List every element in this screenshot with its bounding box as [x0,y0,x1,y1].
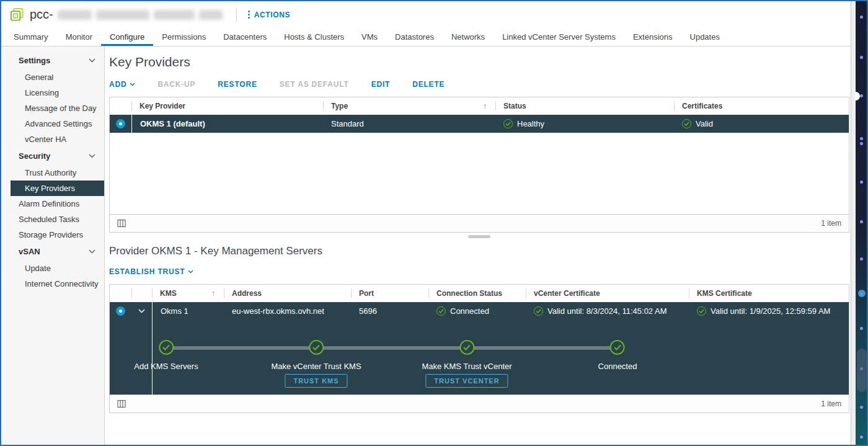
expander-column-header [131,285,152,302]
column-header-address[interactable]: Address [224,285,351,302]
sidebar-item-storage-providers[interactable]: Storage Providers [11,227,104,243]
trust-stepper-panel: Add KMS Servers Make vCenter Trust KMS M… [110,320,849,395]
backup-button[interactable]: BACK-UP [157,80,195,89]
row-radio-cell [110,302,131,320]
configure-sidebar: Settings General Licensing Message of th… [1,47,105,445]
chevron-down-icon [130,83,135,86]
kms-toolbar: ESTABLISH TRUST [109,267,851,276]
edge-dot [860,406,863,409]
tab-vms[interactable]: VMs [353,28,386,46]
column-settings-icon[interactable] [117,219,126,228]
tab-linked-vcenter[interactable]: Linked vCenter Server Systems [494,28,624,46]
sidebar-item-alarm-definitions[interactable]: Alarm Definitions [11,196,104,212]
sidebar-item-message-of-the-day[interactable]: Message of the Day [11,100,104,116]
step-make-vcenter-trust-kms: Make vCenter Trust KMS [271,340,361,371]
column-header-connection-status[interactable]: Connection Status [428,285,526,302]
sidebar-item-advanced-settings[interactable]: Advanced Settings [11,116,104,132]
green-check-icon [436,306,446,316]
sidebar-item-general[interactable]: General [11,69,104,85]
sort-ascending-icon[interactable]: ↑ [483,102,487,110]
object-tabbar: Summary Monitor Configure Permissions Da… [1,28,851,47]
vcenter-certificate-text: Valid until: 8/3/2024, 11:45:02 AM [547,306,667,316]
column-header-status[interactable]: Status [495,97,674,115]
chevron-down-icon [188,270,193,274]
establish-trust-button[interactable]: ESTABLISH TRUST [109,267,193,276]
set-as-default-button[interactable]: SET AS DEFAULT [280,80,349,89]
panel-splitter[interactable] [109,233,849,241]
app-area: pcc- ACTIONS Summary Monitor Configure P… [1,1,851,445]
chevron-down-icon [89,249,95,254]
green-check-icon [159,340,174,355]
step-label: Make KMS Trust vCenter [422,362,512,371]
address-cell: eu-west-rbx.okms.ovh.net [224,302,351,320]
tab-extensions[interactable]: Extensions [624,28,681,46]
table-header-row: Key Provider Type ↑ Status Certificates [110,97,849,115]
tab-permissions[interactable]: Permissions [153,28,215,46]
chevron-down-icon[interactable] [138,309,145,313]
column-settings-icon[interactable] [117,399,126,408]
radio-selected-icon[interactable] [116,306,125,316]
edge-dot [860,16,863,19]
kms-table: KMS ↑ Address Port Connection Status vCe… [109,284,849,413]
trust-kms-button[interactable]: TRUST KMS [285,374,347,388]
key-provider-row[interactable]: OKMS 1 (default) Standard Healthy Valid [110,115,849,133]
key-provider-name-cell: OKMS 1 (default) [131,115,323,133]
edit-button[interactable]: EDIT [371,80,391,89]
column-header-port[interactable]: Port [351,285,428,302]
window-edge-strip [851,1,856,445]
sort-ascending-icon[interactable]: ↑ [211,289,215,298]
radio-selected-icon[interactable] [116,119,125,128]
splitter-handle[interactable] [468,235,490,238]
add-button[interactable]: ADD [109,80,135,89]
sidebar-item-scheduled-tasks[interactable]: Scheduled Tasks [11,212,104,227]
tab-datacenters[interactable]: Datacenters [215,28,275,46]
blurred-object-name [154,10,195,20]
sidebar-item-trust-authority[interactable]: Trust Authority [11,165,104,181]
column-header-kms-certificate[interactable]: KMS Certificate [689,285,849,302]
actions-label: ACTIONS [254,11,290,19]
sidebar-item-key-providers[interactable]: Key Providers [11,181,104,196]
step-connected: Connected [598,340,637,371]
kms-certificate-cell: Valid until: 1/9/2025, 12:59:59 AM [689,302,849,320]
sidebar-section-vsan[interactable]: vSAN [1,243,104,261]
column-header-vcenter-certificate[interactable]: vCenter Certificate [526,285,689,302]
tab-networks[interactable]: Networks [443,28,494,46]
green-check-icon [534,306,543,316]
column-header-type[interactable]: Type ↑ [323,97,495,115]
sidebar-item-internet-connectivity[interactable]: Internet Connectivity [11,276,104,292]
tab-hosts-clusters[interactable]: Hosts & Clusters [275,28,353,46]
sidebar-section-label: Settings [19,56,50,65]
sidebar-section-label: vSAN [19,247,40,256]
vcenter-icon [10,7,24,22]
green-check-icon [682,119,691,128]
sidebar-section-label: Security [19,151,50,161]
blurred-object-name [199,10,223,20]
tab-monitor[interactable]: Monitor [57,28,101,46]
edge-dot [860,435,863,439]
tab-datastores[interactable]: Datastores [386,28,443,46]
tab-summary[interactable]: Summary [5,28,57,46]
green-check-icon [503,119,513,128]
tab-configure[interactable]: Configure [101,28,153,46]
column-header-key-provider[interactable]: Key Provider [131,97,323,115]
column-header-kms[interactable]: KMS ↑ [152,285,224,302]
sidebar-item-licensing[interactable]: Licensing [11,85,104,100]
sidebar-item-update[interactable]: Update [11,261,104,276]
step-label: Connected [598,362,637,371]
actions-button[interactable]: ACTIONS [248,11,290,19]
radio-column-header [110,285,131,302]
restore-button[interactable]: RESTORE [218,80,257,89]
edge-dot [860,137,863,140]
sidebar-section-settings[interactable]: Settings [1,51,104,69]
trust-vcenter-button[interactable]: TRUST VCENTER [425,374,508,388]
edge-blob [857,349,867,392]
connection-status-cell: Connected [428,302,526,320]
sidebar-section-security[interactable]: Security [1,147,104,165]
tab-updates[interactable]: Updates [681,28,728,46]
kms-server-row[interactable]: Okms 1 eu-west-rbx.okms.ovh.net 5696 Con… [110,302,849,320]
sidebar-item-vcenter-ha[interactable]: vCenter HA [11,132,104,147]
green-check-icon [610,340,625,355]
delete-button[interactable]: DELETE [412,80,445,89]
column-header-certificates[interactable]: Certificates [674,97,849,115]
step-label: Add KMS Servers [134,362,198,371]
